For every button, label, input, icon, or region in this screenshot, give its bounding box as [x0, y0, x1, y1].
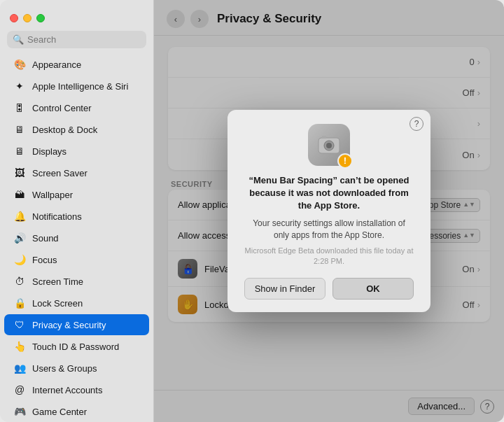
sidebar-label-displays: Displays	[32, 146, 66, 157]
modal-overlay: ? ! “Menu Bar Spacing” can’t be opened b…	[154, 0, 504, 422]
notifications-icon: 🔔	[13, 209, 27, 223]
sidebar-item-apple-intelligence[interactable]: ✦ Apple Intelligence & Siri	[4, 76, 149, 97]
sidebar-label-notifications: Notifications	[32, 211, 82, 222]
sidebar-item-lock-screen[interactable]: 🔒 Lock Screen	[4, 293, 149, 314]
sidebar-item-notifications[interactable]: 🔔 Notifications	[4, 206, 149, 227]
sidebar-item-touch-id[interactable]: 👆 Touch ID & Password	[4, 336, 149, 357]
sidebar-item-desktop-dock[interactable]: 🖥 Desktop & Dock	[4, 119, 149, 140]
sidebar-label-appearance: Appearance	[32, 59, 81, 70]
sidebar-label-internet-accounts: Internet Accounts	[32, 385, 102, 395]
search-input[interactable]	[27, 34, 141, 45]
sidebar-item-screen-saver[interactable]: 🖼 Screen Saver	[4, 162, 149, 183]
sidebar-item-screen-time[interactable]: ⏱ Screen Time	[4, 271, 149, 292]
sidebar-label-sound: Sound	[32, 233, 59, 244]
sidebar-label-apple-intelligence: Apple Intelligence & Siri	[32, 81, 128, 92]
search-icon: 🔍	[13, 34, 24, 45]
sidebar-item-users-groups[interactable]: 👥 Users & Groups	[4, 358, 149, 379]
internet-accounts-icon: @	[13, 383, 27, 397]
desktop-dock-icon: 🖥	[13, 122, 27, 136]
touch-id-icon: 👆	[13, 339, 27, 353]
modal-dialog: ? ! “Menu Bar Spacing” can’t be opened b…	[227, 110, 430, 313]
sidebar-item-sound[interactable]: 🔊 Sound	[4, 227, 149, 248]
sidebar-label-users-groups: Users & Groups	[32, 363, 97, 374]
apple-intelligence-icon: ✦	[13, 79, 27, 93]
ok-button[interactable]: OK	[332, 278, 414, 300]
users-groups-icon: 👥	[13, 361, 27, 375]
traffic-lights	[0, 7, 153, 31]
sidebar-item-privacy-security[interactable]: 🛡 Privacy & Security	[4, 314, 149, 335]
sidebar-label-lock-screen: Lock Screen	[32, 298, 83, 309]
sidebar-item-appearance[interactable]: 🎨 Appearance	[4, 54, 149, 75]
privacy-security-icon: 🛡	[13, 318, 27, 332]
show-in-finder-button[interactable]: Show in Finder	[244, 278, 326, 300]
sidebar-label-touch-id: Touch ID & Password	[32, 342, 119, 352]
sound-icon: 🔊	[13, 231, 27, 245]
displays-icon: 🖥	[13, 144, 27, 158]
sidebar-label-focus: Focus	[32, 255, 57, 265]
modal-sub: Microsoft Edge Beta downloaded this file…	[244, 246, 414, 267]
camera-icon	[316, 132, 342, 157]
main-content: ‹ › Privacy & Security 0 › Off ›	[154, 0, 504, 422]
game-center-icon: 🎮	[13, 405, 27, 419]
sidebar-label-control-center: Control Center	[32, 103, 92, 113]
sidebar-label-screen-time: Screen Time	[32, 276, 83, 287]
modal-buttons: Show in Finder OK	[244, 278, 414, 300]
svg-point-2	[326, 143, 332, 148]
modal-icon-area: !	[244, 124, 414, 166]
modal-app-icon: !	[308, 124, 350, 166]
sidebar-item-displays[interactable]: 🖥 Displays	[4, 141, 149, 162]
control-center-icon: 🎛	[13, 101, 27, 115]
focus-icon: 🌙	[13, 253, 27, 267]
modal-body: Your security settings allow installatio…	[244, 218, 414, 241]
search-box[interactable]: 🔍	[7, 31, 146, 48]
sidebar-label-privacy-security: Privacy & Security	[32, 320, 106, 330]
svg-rect-3	[322, 136, 326, 139]
minimize-button[interactable]	[23, 14, 31, 22]
warning-badge: !	[337, 153, 353, 169]
sidebar-item-wallpaper[interactable]: 🏔 Wallpaper	[4, 184, 149, 205]
maximize-button[interactable]	[36, 14, 45, 22]
screen-saver-icon: 🖼	[13, 166, 27, 180]
sidebar-label-screen-saver: Screen Saver	[32, 168, 88, 178]
sidebar-item-internet-accounts[interactable]: @ Internet Accounts	[4, 379, 149, 400]
wallpaper-icon: 🏔	[13, 188, 27, 202]
close-button[interactable]	[10, 14, 18, 22]
sidebar-label-wallpaper: Wallpaper	[32, 190, 73, 200]
sidebar-item-game-center[interactable]: 🎮 Game Center	[4, 401, 149, 422]
sidebar: 🔍 🎨 Appearance ✦ Apple Intelligence & Si…	[0, 0, 154, 422]
sidebar-items: 🎨 Appearance ✦ Apple Intelligence & Siri…	[0, 54, 153, 422]
sidebar-label-desktop-dock: Desktop & Dock	[32, 125, 97, 135]
screen-time-icon: ⏱	[13, 274, 27, 288]
lock-screen-icon: 🔒	[13, 296, 27, 310]
sidebar-item-focus[interactable]: 🌙 Focus	[4, 249, 149, 270]
modal-title: “Menu Bar Spacing” can’t be opened becau…	[244, 174, 414, 213]
appearance-icon: 🎨	[13, 57, 27, 71]
sidebar-item-control-center[interactable]: 🎛 Control Center	[4, 97, 149, 118]
sidebar-label-game-center: Game Center	[32, 407, 87, 417]
